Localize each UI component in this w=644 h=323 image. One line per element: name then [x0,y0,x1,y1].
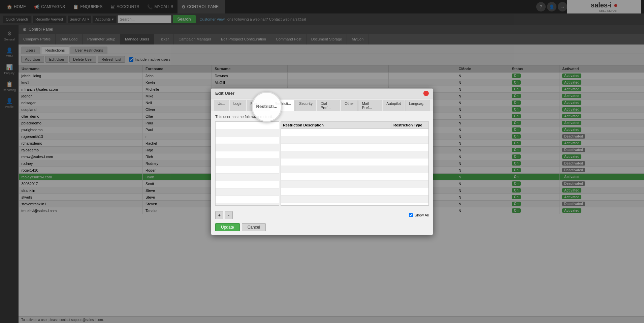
list-item[interactable] [216,144,279,151]
modal-controls: + - Show All [211,209,433,221]
modal-close-button[interactable] [423,91,429,96]
list-item[interactable] [216,159,279,166]
cell-type [391,144,428,151]
list-item[interactable] [281,166,428,173]
list-item[interactable] [281,173,428,181]
list-item[interactable] [216,188,279,196]
modal-tab-security[interactable]: Security [295,100,316,111]
list-item[interactable] [216,137,279,144]
cell-type [391,151,428,158]
cell-desc [281,173,391,180]
cell-type [391,196,428,203]
update-button[interactable]: Update [215,223,240,231]
cancel-button[interactable]: Cancel [242,223,266,231]
col-type-header: Restriction Type [391,122,428,128]
modal-tab-mailpref[interactable]: Mail Pref... [358,100,382,111]
cell-type [391,188,428,195]
modal-tab-language[interactable]: Languag... [405,100,430,111]
list-item[interactable] [281,136,428,144]
modal-footer: Update Cancel [211,221,433,235]
list-item[interactable] [216,181,279,188]
cell-type [391,173,428,180]
modal-description: This user has the following restricti... [215,115,429,119]
modal-title-bar: Edit User [211,89,433,98]
list-item[interactable] [216,129,279,137]
cell-desc [281,158,391,166]
modal-tab-user[interactable]: Us... [214,100,229,111]
left-list[interactable] [215,121,279,206]
list-item[interactable] [281,181,428,188]
cell-desc [281,188,391,195]
list-item[interactable] [281,144,428,151]
right-table: Restriction Description Restriction Type [281,121,429,206]
cell-type [391,166,428,173]
list-item[interactable] [216,174,279,181]
cell-desc [281,129,391,136]
col-desc-header: Restriction Description [281,122,391,128]
cell-desc [281,203,391,206]
cell-desc [281,196,391,203]
modal-tab-other[interactable]: Other [341,100,358,111]
modal-tab-login[interactable]: Login [230,100,246,111]
list-item[interactable] [216,196,279,203]
show-all-checkbox[interactable] [409,213,413,217]
list-item[interactable] [216,122,279,129]
cell-type [391,181,428,188]
cell-desc [281,144,391,151]
cell-desc [281,166,391,173]
remove-restriction-button[interactable]: - [225,211,233,219]
list-item[interactable] [281,203,428,206]
show-all-wrap: Show All [409,213,429,217]
list-item[interactable] [216,203,279,206]
list-item[interactable] [281,158,428,166]
restrictions-table-wrap: Restriction Description Restriction Type [215,121,429,206]
add-restriction-button[interactable]: + [215,211,223,219]
right-table-header: Restriction Description Restriction Type [281,122,428,129]
cell-type [391,129,428,136]
cell-type [391,203,428,206]
modal-tab-autopilot[interactable]: Autopilot [383,100,405,111]
cell-type [391,136,428,143]
modal-title: Edit User [215,91,234,96]
modal-body: This user has the following restricti...… [211,111,433,209]
magnifier-text: Restricti... [254,102,280,112]
modal-tabs: Us... Login Functions Restricti... Secur… [211,98,433,111]
modal-tab-dialpref[interactable]: Dial Pref... [317,100,340,111]
magnifier-circle: Restricti... [252,92,282,122]
modal-overlay[interactable]: Edit User Us... Login Functions Restrict… [0,0,644,323]
list-item[interactable] [281,196,428,203]
list-item[interactable] [216,151,279,159]
list-item[interactable] [216,166,279,174]
cell-desc [281,181,391,188]
cell-desc [281,151,391,158]
list-item[interactable] [281,129,428,136]
edit-user-modal: Edit User Us... Login Functions Restrict… [211,88,433,235]
cell-type [391,158,428,166]
show-all-label: Show All [415,213,429,217]
cell-desc [281,136,391,143]
list-item[interactable] [281,151,428,158]
list-item[interactable] [281,188,428,196]
